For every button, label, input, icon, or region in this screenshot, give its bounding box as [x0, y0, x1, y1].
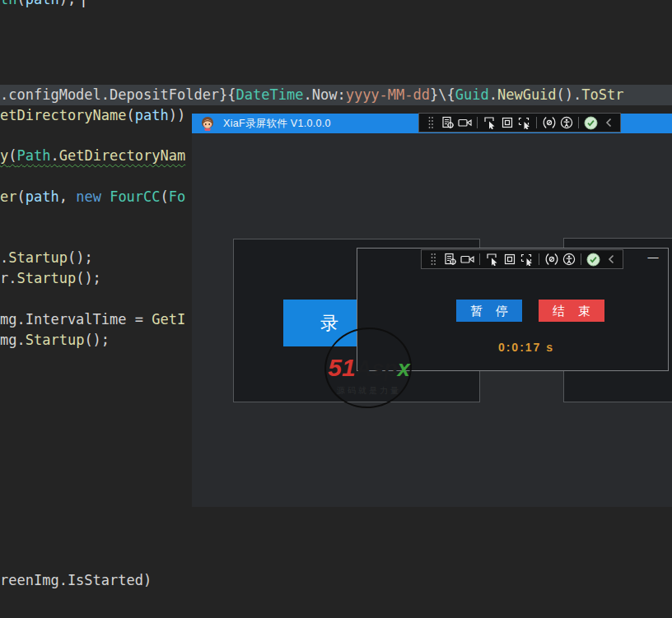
- webcam-icon[interactable]: [541, 115, 557, 130]
- window-pointer-icon[interactable]: [519, 252, 534, 267]
- minimize-button[interactable]: —: [645, 250, 661, 265]
- code-line: mg.IntervalTime = GetI: [0, 309, 185, 330]
- code-line: etDirectoryName(path)): [0, 105, 185, 126]
- toolbar-separator: [479, 253, 480, 265]
- webcam-icon[interactable]: [544, 252, 559, 267]
- code-line: .Startup();: [0, 248, 93, 268]
- region-pointer-icon[interactable]: [484, 252, 500, 267]
- toolbar-separator: [477, 117, 478, 128]
- rect-select-icon[interactable]: [499, 115, 515, 130]
- rect-select-icon[interactable]: [502, 252, 517, 267]
- recorder-main-window: XiaF录屏软件 V1.0.0.0 录 制 — 暂 停 结 束 0:0:17 s: [192, 114, 672, 507]
- grip-icon[interactable]: [425, 252, 441, 267]
- toolbar-separator: [581, 253, 581, 265]
- capture-toolbar-main: [418, 113, 621, 132]
- app-icon: [200, 116, 215, 131]
- accessibility-icon[interactable]: [558, 115, 574, 130]
- chevron-left-icon[interactable]: [600, 115, 616, 130]
- recording-timer: 0:0:17 s: [452, 341, 600, 354]
- toolbar-separator: [536, 117, 537, 128]
- record-settings-icon[interactable]: [442, 252, 458, 267]
- pause-button[interactable]: 暂 停: [456, 300, 522, 322]
- toolbar-separator: [539, 253, 539, 265]
- code-line: th(path);|: [0, 0, 87, 10]
- code-line: .configModel.DepositFolder}{DateTime.Now…: [0, 85, 624, 105]
- accessibility-icon[interactable]: [561, 252, 576, 267]
- code-line: y(Path.GetDirectoryNam: [0, 146, 185, 166]
- code-line: reenImg.IsStarted): [0, 570, 152, 591]
- region-pointer-icon[interactable]: [482, 115, 497, 130]
- code-line: r.Startup();: [0, 268, 101, 289]
- screen: { "app": { "title": "XiaF录屏软件 V1.0.0.0" …: [0, 0, 672, 618]
- ok-check-icon[interactable]: [586, 252, 601, 267]
- window-title: XiaF录屏软件 V1.0.0.0: [223, 117, 331, 131]
- code-line: er(path, new FourCC(Fo: [0, 187, 185, 207]
- recording-window-titlebar[interactable]: —: [357, 249, 668, 270]
- camera-icon[interactable]: [460, 252, 475, 267]
- capture-toolbar-inner: [421, 249, 623, 269]
- code-line: mg.Startup();: [0, 330, 110, 351]
- record-settings-icon[interactable]: [440, 115, 455, 130]
- grip-icon[interactable]: [422, 115, 438, 130]
- chevron-left-icon[interactable]: [603, 252, 618, 267]
- toolbar-separator: [578, 117, 579, 128]
- camera-icon[interactable]: [457, 115, 473, 130]
- ok-check-icon[interactable]: [583, 115, 599, 130]
- stop-button[interactable]: 结 束: [539, 300, 604, 322]
- recording-window: — 暂 停 结 束 0:0:17 s: [357, 248, 669, 371]
- window-pointer-icon[interactable]: [516, 115, 532, 130]
